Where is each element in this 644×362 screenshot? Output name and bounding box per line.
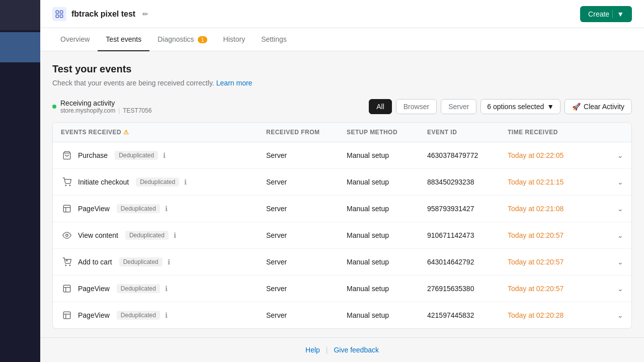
info-icon[interactable]: ℹ bbox=[174, 231, 176, 239]
event-id-cell: 910671142473 bbox=[427, 231, 508, 239]
pageview-icon bbox=[61, 309, 73, 321]
filter-group: All Browser Server 6 options selected ▼ … bbox=[369, 99, 632, 114]
description-text: Check that your events are being receive… bbox=[52, 79, 214, 87]
store-url: store.myshopify.com bbox=[60, 107, 115, 114]
table-row[interactable]: View content Deduplicated ℹ Server Manua… bbox=[53, 222, 631, 249]
setup-method-cell: Manual setup bbox=[347, 258, 427, 266]
col-header-time: Time received bbox=[508, 129, 608, 136]
time-received-cell: Today at 02:20:57 bbox=[508, 231, 608, 239]
event-id-cell: 4630378479772 bbox=[427, 151, 508, 159]
time-received-cell: Today at 02:20:57 bbox=[508, 258, 608, 266]
sidebar bbox=[0, 0, 40, 362]
time-received-cell: Today at 02:22:05 bbox=[508, 151, 608, 159]
table-row[interactable]: Add to cart Deduplicated ℹ Server Manual… bbox=[53, 249, 631, 276]
event-name: Purchase bbox=[78, 151, 108, 159]
event-id-cell: 958793931427 bbox=[427, 205, 508, 213]
learn-more-link[interactable]: Learn more bbox=[216, 79, 253, 87]
filter-all-button[interactable]: All bbox=[369, 99, 392, 114]
toolbar: Receiving activity store.myshopify.com |… bbox=[52, 99, 632, 114]
svg-rect-2 bbox=[56, 15, 58, 17]
info-icon[interactable]: ℹ bbox=[165, 205, 168, 213]
filter-browser-button[interactable]: Browser bbox=[396, 99, 437, 114]
dedup-badge: Deduplicated bbox=[117, 311, 160, 320]
event-id-cell: 276915635380 bbox=[427, 285, 508, 293]
table-header: Events received ⚠ Received from Setup me… bbox=[53, 123, 631, 142]
top-bar-left: fbtrack pixel test ✏ bbox=[52, 7, 148, 21]
expand-icon[interactable]: ⌄ bbox=[617, 258, 623, 266]
info-icon[interactable]: ℹ bbox=[165, 311, 168, 319]
addtocart-icon bbox=[61, 256, 73, 268]
col-header-received-from: Received from bbox=[266, 129, 347, 136]
status-info: Receiving activity store.myshopify.com |… bbox=[60, 99, 152, 114]
table-row[interactable]: PageView Deduplicated ℹ Server Manual se… bbox=[53, 276, 631, 302]
edit-icon[interactable]: ✏ bbox=[142, 10, 148, 18]
received-from-cell: Server bbox=[266, 311, 347, 319]
time-received-cell: Today at 02:20:28 bbox=[508, 311, 608, 319]
tab-history[interactable]: History bbox=[215, 28, 254, 51]
sidebar-logo-area bbox=[0, 0, 40, 30]
pageview-icon bbox=[61, 203, 73, 215]
footer-links: Help | Give feedback bbox=[48, 346, 636, 354]
received-from-cell: Server bbox=[266, 178, 347, 186]
event-cell: PageView Deduplicated ℹ bbox=[61, 283, 266, 295]
clear-activity-button[interactable]: 🚀 Clear Activity bbox=[565, 99, 632, 114]
section-description: Check that your events are being receive… bbox=[52, 79, 632, 87]
options-chevron-icon: ▼ bbox=[547, 103, 554, 111]
tab-diagnostics[interactable]: Diagnostics 1 bbox=[149, 28, 215, 51]
create-dropdown-arrow[interactable]: ▼ bbox=[612, 10, 624, 18]
col-header-event-id: Event ID bbox=[427, 129, 508, 136]
options-select[interactable]: 6 options selected ▼ bbox=[480, 99, 560, 114]
dedup-badge: Deduplicated bbox=[117, 204, 160, 213]
event-cell: PageView Deduplicated ℹ bbox=[61, 203, 266, 215]
event-cell: View content Deduplicated ℹ bbox=[61, 229, 266, 241]
expand-icon[interactable]: ⌄ bbox=[617, 151, 623, 159]
col-header-expand bbox=[608, 129, 623, 136]
dedup-badge: Deduplicated bbox=[117, 284, 160, 293]
expand-icon[interactable]: ⌄ bbox=[617, 205, 623, 213]
expand-icon[interactable]: ⌄ bbox=[617, 285, 623, 293]
event-cell: Initiate checkout Deduplicated ℹ bbox=[61, 176, 266, 188]
dedup-badge: Deduplicated bbox=[136, 177, 179, 187]
tab-overview[interactable]: Overview bbox=[52, 28, 98, 51]
viewcontent-icon bbox=[61, 229, 73, 241]
event-name: View content bbox=[78, 231, 118, 239]
table-row[interactable]: PageView Deduplicated ℹ Server Manual se… bbox=[53, 302, 631, 328]
main-content: fbtrack pixel test ✏ Create ▼ Overview T… bbox=[40, 0, 644, 362]
info-icon[interactable]: ℹ bbox=[163, 151, 166, 159]
table-row[interactable]: Purchase Deduplicated ℹ Server Manual se… bbox=[53, 142, 631, 169]
pageview-icon bbox=[61, 283, 73, 295]
create-button[interactable]: Create ▼ bbox=[580, 6, 632, 22]
event-id-cell: 421597445832 bbox=[427, 311, 508, 319]
pixel-icon bbox=[52, 7, 66, 21]
events-table: Events received ⚠ Received from Setup me… bbox=[52, 122, 632, 329]
svg-rect-0 bbox=[56, 11, 58, 13]
filter-server-button[interactable]: Server bbox=[441, 99, 476, 114]
tab-test-events[interactable]: Test events bbox=[98, 28, 149, 51]
tab-settings[interactable]: Settings bbox=[253, 28, 295, 51]
feedback-link[interactable]: Give feedback bbox=[328, 346, 385, 354]
event-cell: Add to cart Deduplicated ℹ bbox=[61, 256, 266, 268]
event-cell: Purchase Deduplicated ℹ bbox=[61, 149, 266, 161]
info-icon[interactable]: ℹ bbox=[165, 285, 168, 293]
purchase-icon bbox=[61, 149, 73, 161]
expand-icon[interactable]: ⌄ bbox=[617, 231, 623, 239]
table-row[interactable]: Initiate checkout Deduplicated ℹ Server … bbox=[53, 169, 631, 196]
info-icon[interactable]: ℹ bbox=[168, 258, 170, 266]
setup-method-cell: Manual setup bbox=[347, 285, 427, 293]
help-link[interactable]: Help bbox=[299, 346, 326, 354]
col-header-events: Events received ⚠ bbox=[61, 129, 266, 136]
info-icon[interactable]: ℹ bbox=[184, 178, 187, 186]
col-events-label: Events received bbox=[61, 129, 121, 136]
time-received-cell: Today at 02:21:15 bbox=[508, 178, 608, 186]
setup-method-cell: Manual setup bbox=[347, 178, 427, 186]
expand-icon[interactable]: ⌄ bbox=[617, 311, 623, 319]
time-received-cell: Today at 02:20:57 bbox=[508, 285, 608, 293]
svg-point-6 bbox=[69, 185, 70, 186]
test-id: TEST7056 bbox=[123, 107, 151, 114]
top-bar: fbtrack pixel test ✏ Create ▼ bbox=[40, 0, 644, 28]
section-title: Test your events bbox=[52, 63, 632, 75]
table-row[interactable]: PageView Deduplicated ℹ Server Manual se… bbox=[53, 196, 631, 222]
dedup-badge: Deduplicated bbox=[115, 151, 158, 160]
sidebar-item-active[interactable] bbox=[0, 32, 40, 62]
expand-icon[interactable]: ⌄ bbox=[617, 178, 623, 186]
